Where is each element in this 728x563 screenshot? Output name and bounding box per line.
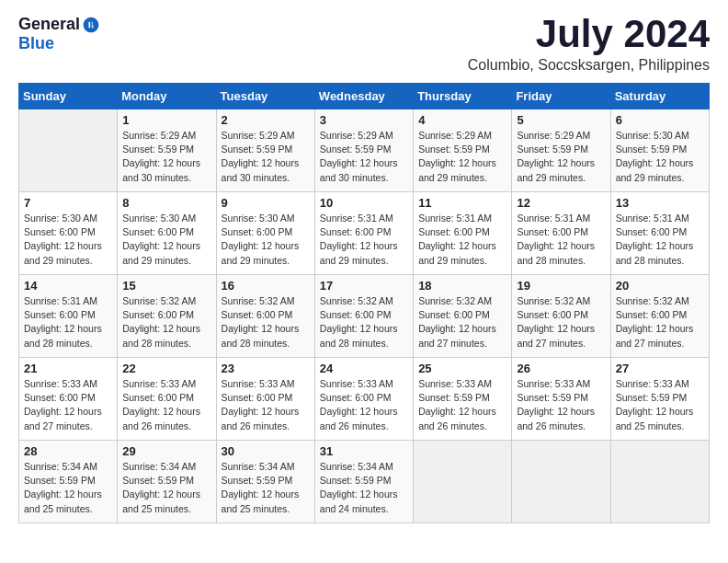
calendar-header-tuesday: Tuesday: [216, 84, 314, 109]
calendar-cell: 23Sunrise: 5:33 AM Sunset: 6:00 PM Dayli…: [216, 358, 314, 441]
day-info: Sunrise: 5:34 AM Sunset: 5:59 PM Dayligh…: [122, 460, 210, 516]
day-number: 29: [122, 444, 210, 458]
day-number: 4: [418, 113, 506, 127]
day-info: Sunrise: 5:32 AM Sunset: 6:00 PM Dayligh…: [320, 294, 408, 350]
day-info: Sunrise: 5:29 AM Sunset: 5:59 PM Dayligh…: [418, 129, 506, 185]
day-number: 21: [24, 362, 112, 375]
day-number: 10: [320, 196, 408, 210]
day-info: Sunrise: 5:33 AM Sunset: 6:00 PM Dayligh…: [222, 377, 310, 433]
day-number: 14: [24, 279, 112, 293]
day-number: 11: [418, 196, 506, 210]
calendar-cell: 11Sunrise: 5:31 AM Sunset: 6:00 PM Dayli…: [414, 192, 512, 275]
calendar-cell: 17Sunrise: 5:32 AM Sunset: 6:00 PM Dayli…: [314, 275, 413, 358]
day-info: Sunrise: 5:32 AM Sunset: 6:00 PM Dayligh…: [222, 294, 310, 350]
day-number: 30: [222, 444, 310, 458]
calendar-week-row: 21Sunrise: 5:33 AM Sunset: 6:00 PM Dayli…: [19, 358, 710, 441]
calendar-cell: 16Sunrise: 5:32 AM Sunset: 6:00 PM Dayli…: [216, 275, 314, 358]
day-number: 6: [616, 113, 704, 127]
day-number: 15: [122, 279, 210, 293]
calendar-cell: 22Sunrise: 5:33 AM Sunset: 6:00 PM Dayli…: [118, 358, 216, 441]
calendar-cell: 29Sunrise: 5:34 AM Sunset: 5:59 PM Dayli…: [118, 441, 216, 523]
calendar-header-friday: Friday: [512, 84, 610, 109]
location-title: Columbio, Soccsksargen, Philippines: [468, 57, 710, 74]
calendar-header-sunday: Sunday: [19, 84, 118, 109]
calendar-week-row: 1Sunrise: 5:29 AM Sunset: 5:59 PM Daylig…: [19, 109, 710, 192]
calendar-cell: [512, 441, 610, 523]
day-number: 20: [616, 279, 704, 293]
day-info: Sunrise: 5:30 AM Sunset: 5:59 PM Dayligh…: [616, 129, 704, 185]
day-number: 24: [320, 362, 408, 375]
day-info: Sunrise: 5:30 AM Sunset: 6:00 PM Dayligh…: [222, 212, 310, 268]
calendar-cell: 6Sunrise: 5:30 AM Sunset: 5:59 PM Daylig…: [610, 109, 709, 192]
calendar-table: SundayMondayTuesdayWednesdayThursdayFrid…: [18, 83, 710, 523]
calendar-cell: 8Sunrise: 5:30 AM Sunset: 6:00 PM Daylig…: [118, 192, 216, 275]
day-number: 22: [122, 362, 210, 375]
day-number: 23: [222, 362, 310, 375]
calendar-cell: [610, 441, 709, 523]
calendar-cell: 27Sunrise: 5:33 AM Sunset: 5:59 PM Dayli…: [610, 358, 709, 441]
day-info: Sunrise: 5:29 AM Sunset: 5:59 PM Dayligh…: [517, 129, 605, 185]
day-info: Sunrise: 5:29 AM Sunset: 5:59 PM Dayligh…: [222, 129, 310, 185]
calendar-week-row: 28Sunrise: 5:34 AM Sunset: 5:59 PM Dayli…: [19, 441, 710, 523]
day-info: Sunrise: 5:31 AM Sunset: 6:00 PM Dayligh…: [616, 212, 704, 268]
calendar-cell: 28Sunrise: 5:34 AM Sunset: 5:59 PM Dayli…: [19, 441, 118, 523]
calendar-cell: 5Sunrise: 5:29 AM Sunset: 5:59 PM Daylig…: [512, 109, 610, 192]
calendar-cell: [19, 109, 118, 192]
day-info: Sunrise: 5:33 AM Sunset: 5:59 PM Dayligh…: [418, 377, 506, 433]
day-number: 12: [517, 196, 605, 210]
day-number: 8: [122, 196, 210, 210]
calendar-week-row: 14Sunrise: 5:31 AM Sunset: 6:00 PM Dayli…: [19, 275, 710, 358]
logo-general: General: [18, 15, 80, 34]
day-info: Sunrise: 5:33 AM Sunset: 5:59 PM Dayligh…: [517, 377, 605, 433]
day-info: Sunrise: 5:34 AM Sunset: 5:59 PM Dayligh…: [222, 460, 310, 516]
day-info: Sunrise: 5:31 AM Sunset: 6:00 PM Dayligh…: [418, 212, 506, 268]
day-info: Sunrise: 5:32 AM Sunset: 6:00 PM Dayligh…: [122, 294, 210, 350]
day-number: 26: [517, 362, 605, 375]
calendar-cell: 25Sunrise: 5:33 AM Sunset: 5:59 PM Dayli…: [414, 358, 512, 441]
day-number: 27: [616, 362, 704, 375]
logo-blue: Blue: [18, 34, 54, 53]
calendar-cell: 4Sunrise: 5:29 AM Sunset: 5:59 PM Daylig…: [414, 109, 512, 192]
calendar-cell: 12Sunrise: 5:31 AM Sunset: 6:00 PM Dayli…: [512, 192, 610, 275]
calendar-cell: 13Sunrise: 5:31 AM Sunset: 6:00 PM Dayli…: [610, 192, 709, 275]
calendar-cell: 30Sunrise: 5:34 AM Sunset: 5:59 PM Dayli…: [216, 441, 314, 523]
day-info: Sunrise: 5:33 AM Sunset: 6:00 PM Dayligh…: [24, 377, 112, 433]
calendar-header-saturday: Saturday: [610, 84, 709, 109]
calendar-cell: [414, 441, 512, 523]
calendar-cell: 7Sunrise: 5:30 AM Sunset: 6:00 PM Daylig…: [19, 192, 118, 275]
calendar-cell: 3Sunrise: 5:29 AM Sunset: 5:59 PM Daylig…: [314, 109, 413, 192]
day-info: Sunrise: 5:34 AM Sunset: 5:59 PM Dayligh…: [24, 460, 112, 516]
calendar-cell: 1Sunrise: 5:29 AM Sunset: 5:59 PM Daylig…: [118, 109, 216, 192]
day-number: 19: [517, 279, 605, 293]
day-info: Sunrise: 5:34 AM Sunset: 5:59 PM Dayligh…: [320, 460, 408, 516]
day-number: 1: [122, 113, 210, 127]
calendar-cell: 24Sunrise: 5:33 AM Sunset: 6:00 PM Dayli…: [314, 358, 413, 441]
logo: General Blue: [18, 15, 100, 53]
calendar-cell: 14Sunrise: 5:31 AM Sunset: 6:00 PM Dayli…: [19, 275, 118, 358]
calendar-cell: 20Sunrise: 5:32 AM Sunset: 6:00 PM Dayli…: [610, 275, 709, 358]
calendar-week-row: 7Sunrise: 5:30 AM Sunset: 6:00 PM Daylig…: [19, 192, 710, 275]
calendar-header-thursday: Thursday: [414, 84, 512, 109]
day-info: Sunrise: 5:33 AM Sunset: 5:59 PM Dayligh…: [616, 377, 704, 433]
calendar-cell: 18Sunrise: 5:32 AM Sunset: 6:00 PM Dayli…: [414, 275, 512, 358]
day-info: Sunrise: 5:32 AM Sunset: 6:00 PM Dayligh…: [616, 294, 704, 350]
day-number: 5: [517, 113, 605, 127]
calendar-cell: 2Sunrise: 5:29 AM Sunset: 5:59 PM Daylig…: [216, 109, 314, 192]
page-header: General Blue July 2024 Columbio, Soccsks…: [18, 15, 710, 74]
calendar-header-row: SundayMondayTuesdayWednesdayThursdayFrid…: [19, 84, 710, 109]
calendar-cell: 19Sunrise: 5:32 AM Sunset: 6:00 PM Dayli…: [512, 275, 610, 358]
day-number: 13: [616, 196, 704, 210]
day-number: 16: [222, 279, 310, 293]
day-info: Sunrise: 5:32 AM Sunset: 6:00 PM Dayligh…: [517, 294, 605, 350]
day-number: 25: [418, 362, 506, 375]
calendar-cell: 21Sunrise: 5:33 AM Sunset: 6:00 PM Dayli…: [19, 358, 118, 441]
calendar-cell: 26Sunrise: 5:33 AM Sunset: 5:59 PM Dayli…: [512, 358, 610, 441]
day-number: 3: [320, 113, 408, 127]
logo-icon: [82, 16, 100, 34]
calendar-cell: 10Sunrise: 5:31 AM Sunset: 6:00 PM Dayli…: [314, 192, 413, 275]
day-info: Sunrise: 5:33 AM Sunset: 6:00 PM Dayligh…: [122, 377, 210, 433]
month-title: July 2024: [468, 15, 710, 53]
day-info: Sunrise: 5:30 AM Sunset: 6:00 PM Dayligh…: [24, 212, 112, 268]
day-info: Sunrise: 5:29 AM Sunset: 5:59 PM Dayligh…: [320, 129, 408, 185]
title-section: July 2024 Columbio, Soccsksargen, Philip…: [468, 15, 710, 74]
